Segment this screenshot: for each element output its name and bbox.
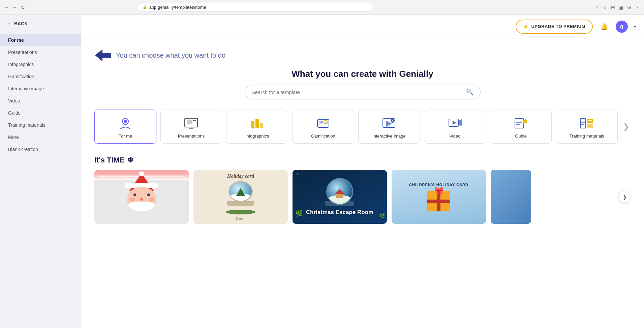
svg-rect-37	[580, 119, 586, 128]
upgrade-label: UPGRADE TO PREMIUM	[531, 24, 585, 29]
template-card-holiday-card[interactable]: Holiday card	[193, 170, 288, 224]
training-materials-icon	[579, 117, 595, 130]
search-container: 🔍	[94, 85, 631, 99]
lock-icon: 🔒	[143, 5, 147, 9]
sidebar-item-interactive-image[interactable]: Interactive image	[0, 83, 81, 95]
cast-icon[interactable]: ▣	[618, 5, 624, 10]
svg-marker-0	[95, 49, 111, 61]
carousel-next-btn[interactable]: ❯	[618, 191, 631, 203]
notifications-btn[interactable]: 🔔	[598, 21, 610, 33]
template-card-dear-santa[interactable]: Dear Santa, For Christmas this year I wa…	[94, 170, 189, 224]
svg-rect-34	[588, 120, 590, 121]
templates-row: Dear Santa, For Christmas this year I wa…	[94, 170, 631, 224]
bookmark-icon[interactable]: ☆	[602, 5, 608, 10]
svg-rect-5	[193, 120, 196, 121]
search-input[interactable]	[252, 89, 466, 95]
svg-marker-23	[459, 119, 462, 126]
profile-icon[interactable]: G	[626, 5, 632, 10]
category-label-interactive-image: Interactive image	[372, 133, 406, 139]
featured-section-title: It's TIME ❄	[94, 156, 631, 165]
page-title: What you can create with Genially	[94, 69, 631, 79]
svg-rect-4	[187, 120, 192, 124]
category-label-for-me: For me	[118, 133, 132, 139]
browser-forward-btn[interactable]: →	[12, 5, 18, 10]
svg-rect-6	[193, 122, 195, 122]
svg-marker-24	[453, 121, 456, 125]
category-card-gamification[interactable]: ! Gamification	[292, 110, 354, 144]
sidebar-back-btn[interactable]: ← BACK	[0, 15, 81, 31]
templates-wrapper: Dear Santa, For Christmas this year I wa…	[94, 170, 631, 224]
menu-icon[interactable]: ⋮	[635, 5, 640, 10]
app-container: ← BACK For me Presentations Infographics…	[0, 15, 644, 328]
guide-icon	[513, 117, 529, 130]
sidebar-item-video[interactable]: Video	[0, 95, 81, 107]
sidebar-item-presentations[interactable]: Presentations	[0, 46, 81, 58]
upgrade-premium-btn[interactable]: ★ UPGRADE TO PREMIUM	[516, 20, 593, 34]
interactive-image-icon: !	[381, 117, 397, 130]
star-icon: ★	[523, 23, 529, 30]
presentations-icon	[183, 117, 199, 130]
category-card-infographics[interactable]: Infographics	[226, 110, 288, 144]
escape-room-title: Christmas Escape Room	[306, 209, 373, 216]
svg-point-2	[124, 120, 127, 123]
sidebar-item-for-me[interactable]: For me	[0, 34, 81, 46]
carousel-arrow-icon: ❯	[622, 194, 627, 200]
back-arrow-icon: ←	[7, 21, 11, 26]
main-content: ★ UPGRADE TO PREMIUM 🔔 g ▾ You can choos…	[81, 15, 644, 328]
template-card-christmas-escape-room[interactable]: ✦ ✦ ✦	[293, 170, 387, 224]
back-arrow-large	[94, 49, 112, 62]
template-card-childrens-holiday-card[interactable]: Children's Holiday Card 🎀	[392, 170, 486, 224]
category-card-for-me[interactable]: For me	[94, 110, 156, 144]
chevron-down-icon[interactable]: ▾	[634, 24, 636, 29]
browser-reload-btn[interactable]: ↻	[20, 5, 26, 10]
svg-rect-12	[252, 127, 254, 129]
browser-back-btn[interactable]: ←	[4, 5, 9, 10]
holiday-card-title: Holiday card	[227, 173, 254, 179]
category-card-guide[interactable]: Guide	[490, 110, 552, 144]
svg-rect-35	[590, 120, 592, 121]
topbar: ★ UPGRADE TO PREMIUM 🔔 g ▾	[81, 15, 644, 38]
page-header: You can choose what you want to do	[94, 49, 631, 62]
template-card-partial[interactable]	[491, 170, 531, 224]
sidebar-item-training-materials[interactable]: Training materials	[0, 119, 81, 131]
category-card-presentations[interactable]: Presentations	[160, 110, 222, 144]
category-next-arrow[interactable]: ❯	[622, 110, 631, 144]
sidebar-item-guide[interactable]: Guide	[0, 107, 81, 119]
category-row: For me Presentations	[94, 110, 631, 144]
bell-icon: 🔔	[601, 23, 608, 30]
search-submit-btn[interactable]: 🔍	[466, 88, 473, 96]
svg-rect-10	[255, 119, 259, 128]
svg-rect-25	[515, 119, 524, 128]
content-area: You can choose what you want to do What …	[81, 38, 644, 234]
svg-rect-36	[587, 124, 593, 128]
sidebar-item-infographics[interactable]: Infographics	[0, 58, 81, 70]
browser-chrome: ← → ↻ 🔒 app.genial.ly/templates/home ⤤ ☆…	[0, 0, 644, 15]
user-avatar[interactable]: g	[616, 21, 628, 33]
svg-text:!: !	[392, 120, 393, 123]
svg-rect-33	[587, 119, 593, 123]
search-bar: 🔍	[245, 85, 481, 99]
category-card-training-materials[interactable]: Training materials	[556, 110, 618, 144]
category-label-gamification: Gamification	[311, 133, 335, 139]
url-text: app.genial.ly/templates/home	[149, 5, 206, 10]
extensions-icon[interactable]: ⊞	[610, 5, 616, 10]
share-icon[interactable]: ⤤	[594, 5, 600, 10]
video-icon	[447, 117, 463, 130]
category-card-video[interactable]: Video	[424, 110, 486, 144]
infographics-icon	[249, 117, 265, 130]
category-label-presentations: Presentations	[178, 133, 205, 139]
sidebar-item-blank-creation[interactable]: Blank creation	[0, 143, 81, 155]
sidebar-nav: For me Presentations Infographics Gamifi…	[0, 31, 81, 328]
gamification-icon: !	[315, 117, 331, 130]
sidebar-item-more[interactable]: More	[0, 131, 81, 143]
for-me-icon	[117, 117, 133, 130]
category-label-guide: Guide	[515, 133, 527, 139]
category-label-video: Video	[449, 133, 460, 139]
snowflake-icon: ❄	[127, 156, 133, 165]
category-card-interactive-image[interactable]: ! Interactive image	[358, 110, 420, 144]
featured-title-text: It's TIME	[94, 156, 125, 165]
sidebar-item-gamification[interactable]: Gamification	[0, 70, 81, 83]
category-label-training-materials: Training materials	[570, 133, 604, 139]
page-subtitle: You can choose what you want to do	[116, 52, 225, 59]
sidebar: ← BACK For me Presentations Infographics…	[0, 15, 81, 328]
